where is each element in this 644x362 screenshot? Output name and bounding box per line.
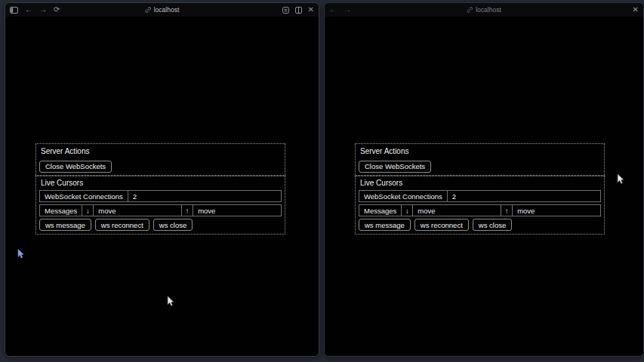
- ws-reconnect-button[interactable]: ws reconnect: [414, 219, 469, 231]
- address-bar[interactable]: localhost: [467, 3, 501, 17]
- titlebar[interactable]: ← → ⟳ localhost ✕: [5, 3, 319, 17]
- back-button[interactable]: ←: [25, 6, 32, 14]
- forward-button[interactable]: →: [344, 6, 351, 14]
- ws-close-button[interactable]: ws close: [153, 219, 193, 231]
- link-icon: [467, 7, 473, 13]
- connections-value: 2: [128, 191, 281, 201]
- panel-legend: Live Cursors: [41, 179, 282, 187]
- ws-message-button[interactable]: ws message: [359, 219, 411, 231]
- arrow-down-icon: ↓: [402, 205, 413, 216]
- received-message-value: move: [413, 205, 501, 216]
- browser-window-left: ← → ⟳ localhost ✕ Server Actions Close W…: [5, 2, 319, 357]
- ws-reconnect-button[interactable]: ws reconnect: [95, 219, 149, 231]
- connections-label: WebSocket Connections: [40, 191, 128, 201]
- page-content: Server Actions Close WebSockets Live Cur…: [5, 17, 319, 357]
- websocket-connections-row: WebSocket Connections 2: [39, 190, 282, 202]
- back-button[interactable]: ←: [329, 6, 337, 14]
- sidebar-toggle-icon[interactable]: [10, 6, 18, 14]
- desktop: { "colors": { "desktop_background": "#27…: [0, 0, 644, 362]
- panel-legend: Server Actions: [360, 147, 601, 155]
- close-window-button[interactable]: ✕: [308, 6, 314, 14]
- close-window-button[interactable]: ✕: [633, 6, 639, 14]
- link-icon: [145, 7, 151, 13]
- page-content: Server Actions Close WebSockets Live Cur…: [325, 17, 643, 357]
- connections-label: WebSocket Connections: [359, 191, 448, 201]
- reload-button[interactable]: ⟳: [54, 6, 60, 14]
- messages-row: Messages ↓ move ↑ move: [359, 204, 601, 216]
- messages-label: Messages: [40, 205, 82, 216]
- server-actions-panel: Server Actions Close WebSockets: [35, 143, 285, 176]
- forward-button[interactable]: →: [39, 6, 47, 14]
- server-actions-panel: Server Actions Close WebSockets: [355, 143, 605, 176]
- titlebar-left-controls: ← → ⟳: [10, 6, 60, 14]
- url-label: localhost: [476, 6, 501, 14]
- sent-message-value: move: [193, 205, 281, 216]
- url-label: localhost: [154, 6, 180, 14]
- messages-label: Messages: [359, 205, 402, 216]
- split-view-icon[interactable]: [295, 6, 302, 14]
- titlebar-right-controls: ✕: [633, 6, 639, 14]
- ws-message-button[interactable]: ws message: [39, 219, 91, 231]
- reader-mode-icon[interactable]: [282, 6, 289, 14]
- ws-buttons-row: ws message ws reconnect ws close: [39, 219, 282, 231]
- titlebar[interactable]: ← → localhost ✕: [325, 3, 643, 17]
- sent-message-value: move: [513, 205, 600, 216]
- close-websockets-button[interactable]: Close WebSockets: [39, 161, 112, 173]
- panel-legend: Live Cursors: [360, 179, 601, 187]
- live-cursors-panel: Live Cursors WebSocket Connections 2 Mes…: [355, 175, 605, 235]
- websocket-connections-row: WebSocket Connections 2: [359, 190, 601, 202]
- titlebar-right-controls: ✕: [282, 6, 314, 14]
- live-cursors-panel: Live Cursors WebSocket Connections 2 Mes…: [35, 175, 285, 235]
- arrow-down-icon: ↓: [82, 205, 94, 216]
- address-bar[interactable]: localhost: [145, 3, 180, 17]
- messages-row: Messages ↓ move ↑ move: [39, 204, 282, 216]
- arrow-up-icon: ↑: [182, 205, 193, 216]
- browser-window-right: ← → localhost ✕ Server Actions Close Web…: [324, 2, 644, 357]
- close-websockets-button[interactable]: Close WebSockets: [359, 161, 431, 173]
- received-message-value: move: [94, 205, 182, 216]
- connections-value: 2: [448, 191, 600, 201]
- ws-buttons-row: ws message ws reconnect ws close: [359, 219, 601, 231]
- arrow-up-icon: ↑: [501, 205, 513, 216]
- ws-close-button[interactable]: ws close: [473, 219, 512, 231]
- titlebar-left-controls: ← →: [329, 6, 351, 14]
- panel-legend: Server Actions: [41, 147, 282, 155]
